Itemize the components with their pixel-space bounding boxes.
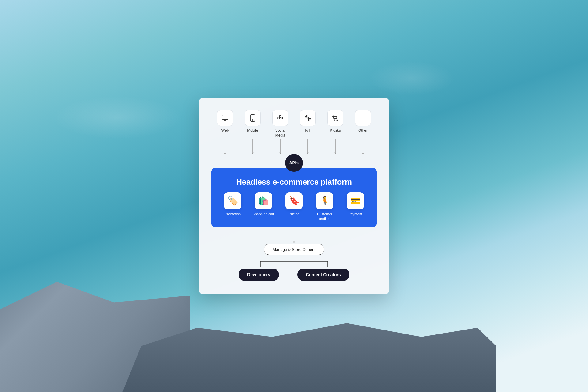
platform-box: Headless e-commerce platform 🏷️ Promotio… [211, 168, 377, 227]
developers-label: Developers [247, 272, 270, 277]
connector-final [211, 255, 377, 267]
manage-store-label: Manage & Store Conent [273, 247, 315, 252]
channel-other: ··· Other [349, 110, 377, 133]
svg-point-9 [334, 120, 335, 121]
content-creators-badge[interactable]: Content Creators [297, 269, 349, 281]
web-label: Web [221, 128, 229, 133]
social-icon-box [272, 110, 288, 126]
connector-top [211, 139, 377, 154]
svg-point-5 [278, 117, 280, 119]
platform-pricing: 🔖 Pricing [280, 192, 308, 221]
svg-point-7 [279, 115, 281, 117]
customer-profiles-label: Customer profiles [311, 212, 338, 221]
manage-store-box[interactable]: Manage & Store Conent [264, 244, 324, 255]
social-label: SocialMedia [275, 128, 285, 138]
connector-bottom [211, 227, 377, 243]
apis-badge: APIs [285, 154, 303, 172]
shopping-cart-label: Shopping cart [253, 212, 274, 217]
iot-icon-box [300, 110, 316, 126]
payment-icon: 💳 [347, 192, 364, 209]
pricing-icon: 🔖 [285, 192, 303, 209]
svg-point-8 [307, 117, 309, 119]
platform-payment: 💳 Payment [341, 192, 369, 221]
main-card: Web Mobile SocialMedia [199, 98, 389, 294]
customer-profiles-icon: 🧍 [316, 192, 333, 209]
platform-icons-row: 🏷️ Promotion 🛍️ Shopping cart 🔖 Pricing … [217, 192, 371, 221]
platform-shopping-cart: 🛍️ Shopping cart [250, 192, 277, 221]
channel-social: SocialMedia [266, 110, 294, 138]
content-creators-label: Content Creators [306, 272, 341, 277]
iot-label: IoT [305, 128, 310, 133]
channel-iot: IoT [294, 110, 322, 133]
other-icon-box: ··· [355, 110, 371, 126]
svg-point-4 [252, 120, 253, 120]
shopping-cart-icon: 🛍️ [255, 192, 272, 209]
bottom-badges: Developers Content Creators [239, 269, 349, 281]
kiosks-icon-box [327, 110, 343, 126]
svg-point-6 [281, 117, 283, 119]
web-icon-box [217, 110, 233, 126]
promotion-icon: 🏷️ [224, 192, 241, 209]
channel-kiosks: Kiosks [322, 110, 349, 133]
platform-promotion: 🏷️ Promotion [219, 192, 247, 221]
svg-point-10 [337, 120, 338, 121]
mobile-label: Mobile [247, 128, 258, 133]
platform-customer-profiles: 🧍 Customer profiles [311, 192, 338, 221]
channel-web: Web [211, 110, 239, 133]
mobile-icon-box [245, 110, 261, 126]
kiosks-label: Kiosks [330, 128, 341, 133]
svg-rect-0 [222, 115, 228, 119]
pricing-label: Pricing [288, 212, 299, 217]
channel-mobile: Mobile [239, 110, 266, 133]
other-label: Other [358, 128, 368, 133]
promotion-label: Promotion [225, 212, 241, 217]
platform-title: Headless e-commerce platform [236, 177, 352, 187]
channels-row: Web Mobile SocialMedia [211, 110, 377, 138]
developers-badge[interactable]: Developers [239, 269, 279, 281]
payment-label: Payment [348, 212, 362, 217]
